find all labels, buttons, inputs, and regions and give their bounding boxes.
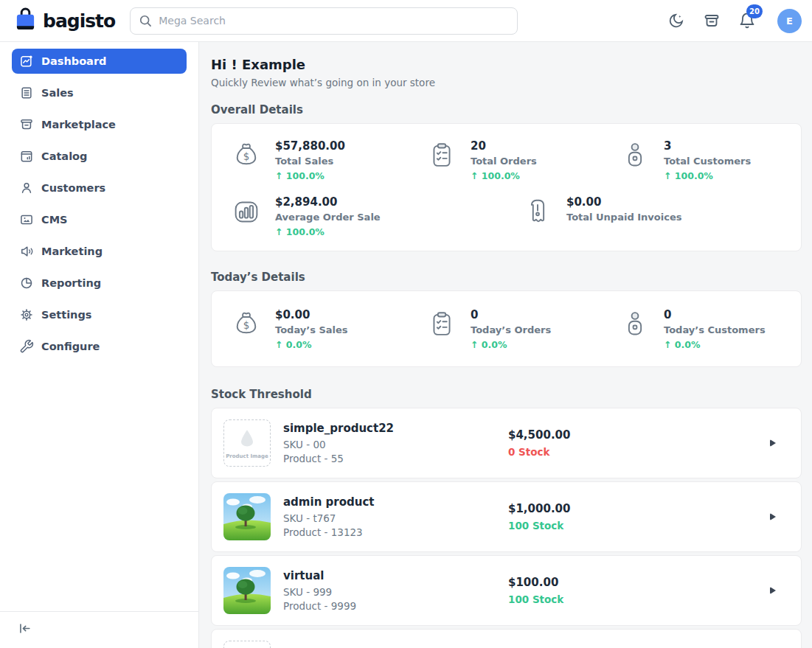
stat-value: 3 <box>664 139 751 153</box>
stat-label: Today’s Orders <box>471 324 551 335</box>
stock-row[interactable]: Product Image simple_product22 SKU - 00 … <box>211 408 802 478</box>
tree-photo <box>223 493 271 540</box>
stat-label: Total Unpaid Invoices <box>566 212 681 223</box>
sidebar-label: Dashboard <box>41 55 106 67</box>
user-avatar[interactable]: E <box>777 9 802 33</box>
stat-label: Total Sales <box>275 156 345 167</box>
sidebar-item-reporting[interactable]: Reporting <box>12 271 187 296</box>
sidebar-label: Marketplace <box>41 119 116 130</box>
todays-details-card: $ $0.00 Today’s Sales ↑ 0.0% <box>211 290 802 367</box>
sidebar-label: Settings <box>41 309 91 321</box>
tree-photo <box>223 567 271 614</box>
stat-value: $0.00 <box>566 195 681 209</box>
product-name: admin product <box>283 495 374 509</box>
stock-row[interactable]: admin product SKU - t767 Product - 13123… <box>211 481 802 552</box>
sidebar-label: Reporting <box>41 277 101 289</box>
cms-icon <box>19 212 34 227</box>
stat-todays-orders: 0 Today’s Orders ↑ 0.0% <box>425 307 618 350</box>
sidebar-collapse-button[interactable] <box>0 611 198 648</box>
top-bar: bagisto 20 <box>0 0 812 42</box>
settings-icon <box>19 307 34 322</box>
search-input[interactable] <box>130 7 518 35</box>
sales-icon <box>19 86 34 100</box>
clipboard-icon <box>425 307 459 344</box>
chevron-right-icon[interactable] <box>770 439 776 447</box>
collapse-sidebar-icon <box>18 621 32 635</box>
sidebar-item-sales[interactable]: Sales <box>12 80 187 105</box>
chevron-right-icon[interactable] <box>770 587 776 594</box>
product-price: $1,000.00 <box>508 502 770 515</box>
store-front-button[interactable] <box>702 11 721 30</box>
stat-change: ↑ 100.0% <box>275 170 345 181</box>
stat-label: Today’s Customers <box>664 324 766 335</box>
stat-total-unpaid-invoices: $0.00 Total Unpaid Invoices <box>521 195 783 237</box>
stock-threshold-list: Product Image simple_product22 SKU - 00 … <box>211 408 802 648</box>
stat-value: 20 <box>471 139 537 153</box>
stat-total-customers: 3 Total Customers ↑ 100.0% <box>618 139 783 181</box>
stat-change: ↑ 0.0% <box>664 339 766 350</box>
bar-chart-icon <box>229 195 263 231</box>
sidebar-label: Catalog <box>41 150 87 162</box>
stat-change: ↑ 0.0% <box>275 339 348 350</box>
sidebar-item-marketing[interactable]: Marketing <box>12 239 187 264</box>
stat-total-orders: 20 Total Orders ↑ 100.0% <box>425 139 618 181</box>
reporting-icon <box>19 276 34 290</box>
overall-details-card: $ $57,880.00 Total Sales ↑ 100.0% <box>211 123 802 251</box>
sidebar-label: Configure <box>41 341 100 352</box>
configure-icon <box>19 339 34 354</box>
dark-mode-toggle[interactable] <box>667 11 686 30</box>
sidebar-item-marketplace[interactable]: Marketplace <box>12 112 187 137</box>
chevron-right-icon[interactable] <box>770 513 776 520</box>
product-stock-status: 0 Stock <box>508 446 770 458</box>
stock-row[interactable]: Product Image admin downloadable SKU - 2… <box>211 629 802 648</box>
product-sku: SKU - 999 <box>283 586 356 598</box>
money-bag-icon: $ <box>229 307 263 344</box>
product-name: virtual <box>283 569 356 582</box>
product-sku: SKU - t767 <box>283 512 374 524</box>
marketplace-icon <box>19 117 34 132</box>
product-image <box>223 493 271 540</box>
marketing-icon <box>19 244 34 259</box>
sidebar: Dashboard Sales Marketplace Catalog <box>0 42 199 648</box>
page-title: Hi ! Example <box>211 57 802 72</box>
sidebar-item-catalog[interactable]: Catalog <box>12 144 187 169</box>
stat-label: Average Order Sale <box>275 212 381 223</box>
moon-icon <box>667 12 685 29</box>
notifications-button[interactable]: 20 <box>738 11 757 30</box>
placeholder-label: Product Image <box>226 453 268 459</box>
sidebar-item-settings[interactable]: Settings <box>12 302 187 327</box>
sidebar-item-cms[interactable]: CMS <box>12 207 187 232</box>
product-id: Product - 55 <box>283 453 394 464</box>
page-subtitle: Quickly Review what’s going on in your s… <box>211 77 802 88</box>
logo-text: bagisto <box>43 10 115 32</box>
sidebar-item-customers[interactable]: Customers <box>12 175 187 201</box>
product-stock-status: 100 Stock <box>508 593 770 605</box>
customer-icon <box>618 307 652 344</box>
customer-icon <box>618 139 652 175</box>
invoice-icon <box>521 195 555 231</box>
sidebar-item-dashboard[interactable]: Dashboard <box>12 49 187 74</box>
stock-row[interactable]: virtual SKU - 999 Product - 9999 $100.00… <box>211 555 802 626</box>
todays-details-title: Today’s Details <box>211 271 802 284</box>
product-id: Product - 13123 <box>283 526 374 538</box>
stat-value: 0 <box>471 308 551 321</box>
product-stock-status: 100 Stock <box>508 520 770 532</box>
bagisto-logo[interactable]: bagisto <box>15 7 115 35</box>
notification-badge: 20 <box>746 4 763 18</box>
clipboard-icon <box>425 139 459 175</box>
stat-todays-sales: $ $0.00 Today’s Sales ↑ 0.0% <box>229 307 425 350</box>
mega-search <box>130 7 518 35</box>
droplet-icon <box>235 427 260 452</box>
catalog-icon <box>19 149 34 164</box>
store-icon <box>703 12 721 29</box>
dashboard-main: Hi ! Example Quickly Review what’s going… <box>199 42 812 648</box>
stat-label: Today’s Sales <box>275 324 348 335</box>
sidebar-label: CMS <box>41 214 68 226</box>
stat-label: Total Customers <box>664 156 751 167</box>
money-bag-icon: $ <box>229 139 263 175</box>
sidebar-item-configure[interactable]: Configure <box>12 334 187 359</box>
stat-change: ↑ 0.0% <box>471 339 551 350</box>
product-image-placeholder: Product Image <box>223 419 271 467</box>
stat-value: $0.00 <box>275 308 348 321</box>
stat-average-order-sale: $2,894.00 Average Order Sale ↑ 100.0% <box>229 195 521 237</box>
